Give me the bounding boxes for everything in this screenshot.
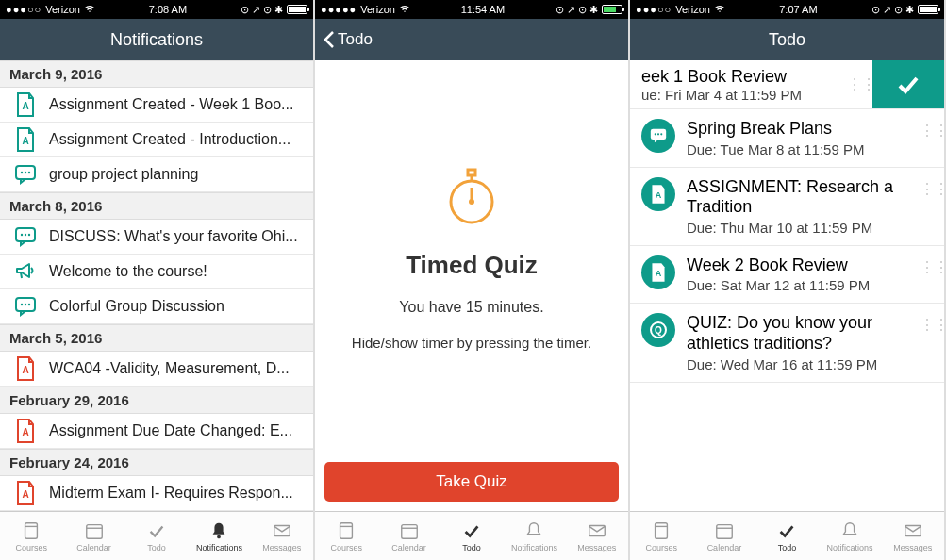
drag-handle-icon[interactable] bbox=[850, 60, 872, 108]
tab-label: Notifications bbox=[196, 543, 242, 552]
todo-item-swiped[interactable]: eek 1 Book Review ue: Fri Mar 4 at 11:59… bbox=[630, 60, 944, 109]
section-header: March 8, 2016 bbox=[0, 192, 313, 220]
svg-point-13 bbox=[28, 304, 30, 305]
list-item[interactable]: Welcome to the course! bbox=[0, 255, 313, 289]
discussion-icon bbox=[11, 226, 40, 247]
nav-bar: Notifications bbox=[0, 19, 313, 60]
carrier-label: Verizon bbox=[45, 4, 80, 15]
complete-action-button[interactable] bbox=[872, 60, 944, 108]
wifi-icon bbox=[399, 4, 410, 15]
status-time: 7:07 AM bbox=[779, 4, 817, 15]
item-due: Due: Tue Mar 8 at 11:59 PM bbox=[687, 141, 914, 157]
item-title: Spring Break Plans bbox=[687, 119, 914, 140]
battery-icon bbox=[918, 5, 938, 14]
item-title: Week 2 Book Review bbox=[687, 255, 914, 276]
back-button[interactable]: Todo bbox=[323, 30, 373, 49]
tab-label: Todo bbox=[462, 543, 481, 552]
svg-point-36 bbox=[660, 133, 662, 135]
tab-notifications[interactable]: Notifications bbox=[819, 520, 882, 552]
quiz-icon: Q bbox=[641, 313, 675, 347]
tab-messages[interactable]: Messages bbox=[251, 520, 313, 552]
item-label: Assignment Created - Introduction... bbox=[49, 131, 302, 148]
todo-item[interactable]: Spring Break PlansDue: Tue Mar 8 at 11:5… bbox=[630, 109, 944, 168]
tab-notifications[interactable]: Notifications bbox=[503, 520, 565, 552]
tab-bar: Courses Calendar Todo Notifications Mess… bbox=[630, 511, 944, 560]
svg-text:Q: Q bbox=[655, 325, 662, 336]
svg-rect-17 bbox=[25, 522, 38, 538]
tab-todo[interactable]: Todo bbox=[440, 520, 503, 552]
item-title: ASSIGNMENT: Research a Tradition bbox=[687, 177, 914, 218]
todo-item[interactable]: A ASSIGNMENT: Research a TraditionDue: T… bbox=[630, 168, 944, 246]
svg-rect-43 bbox=[717, 524, 733, 538]
stopwatch-icon bbox=[443, 162, 500, 232]
drag-handle-icon[interactable] bbox=[920, 322, 933, 331]
signal-dots: ●●●●● bbox=[321, 4, 357, 15]
list-item[interactable]: AAssignment Due Date Changed: E... bbox=[0, 414, 313, 449]
todo-item[interactable]: A Week 2 Book ReviewDue: Sat Mar 12 at 1… bbox=[630, 246, 944, 305]
svg-point-21 bbox=[218, 535, 222, 538]
drag-handle-icon[interactable] bbox=[920, 187, 933, 195]
item-due: ue: Fri Mar 4 at 11:59 PM bbox=[641, 87, 838, 103]
tab-todo[interactable]: Todo bbox=[125, 520, 188, 552]
nav-bar: Todo bbox=[315, 19, 628, 60]
drag-handle-icon[interactable] bbox=[920, 128, 933, 137]
button-label: Take Quiz bbox=[436, 472, 507, 491]
section-header: February 24, 2016 bbox=[0, 449, 313, 476]
tab-calendar[interactable]: Calendar bbox=[377, 520, 440, 552]
tab-courses[interactable]: Courses bbox=[0, 520, 62, 552]
svg-text:A: A bbox=[22, 489, 28, 500]
drag-handle-icon[interactable] bbox=[920, 265, 933, 273]
signal-dots: ●●●○○ bbox=[636, 4, 672, 15]
item-due: Due: Thu Mar 10 at 11:59 PM bbox=[687, 220, 914, 236]
notifications-list[interactable]: March 9, 2016 AAssignment Created - Week… bbox=[0, 60, 313, 511]
tab-label: Messages bbox=[577, 543, 616, 552]
tab-courses[interactable]: Courses bbox=[315, 520, 377, 552]
list-item[interactable]: Colorful Group Discussion bbox=[0, 289, 313, 324]
tab-messages[interactable]: Messages bbox=[881, 520, 944, 552]
assignment-icon: A bbox=[11, 481, 40, 505]
status-time: 11:54 AM bbox=[461, 4, 505, 15]
item-label: Assignment Due Date Changed: E... bbox=[49, 422, 302, 439]
tab-calendar[interactable]: Calendar bbox=[693, 520, 756, 552]
tab-calendar[interactable]: Calendar bbox=[62, 520, 124, 552]
tab-label: Todo bbox=[778, 543, 797, 552]
tab-todo[interactable]: Todo bbox=[755, 520, 819, 552]
battery-icon bbox=[602, 5, 622, 14]
chevron-left-icon bbox=[323, 30, 336, 49]
list-item[interactable]: DISCUSS: What's your favorite Ohi... bbox=[0, 220, 313, 255]
list-item[interactable]: AWCA04 -Validity, Measurement, D... bbox=[0, 352, 313, 387]
tab-courses[interactable]: Courses bbox=[630, 520, 693, 552]
status-bar: ●●●○○Verizon 7:08 AM ⊙ ↗ ⊙ ✱ bbox=[0, 0, 313, 19]
item-label: DISCUSS: What's your favorite Ohi... bbox=[49, 228, 302, 245]
svg-point-11 bbox=[21, 304, 23, 305]
item-due: Due: Wed Mar 16 at 11:59 PM bbox=[687, 356, 914, 372]
assignment-icon: A bbox=[11, 127, 40, 152]
item-due: Due: Sat Mar 12 at 11:59 PM bbox=[687, 277, 914, 293]
svg-point-8 bbox=[25, 234, 26, 236]
svg-point-5 bbox=[28, 172, 30, 173]
svg-point-12 bbox=[25, 304, 26, 305]
status-time: 7:08 AM bbox=[149, 4, 187, 15]
carrier-label: Verizon bbox=[360, 4, 395, 15]
list-item[interactable]: AAssignment Created - Week 1 Boo... bbox=[0, 88, 313, 123]
assignment-icon: A bbox=[11, 356, 40, 381]
take-quiz-button[interactable]: Take Quiz bbox=[324, 462, 619, 502]
list-item[interactable]: group project planning bbox=[0, 157, 313, 192]
status-bar: ●●●●●Verizon 11:54 AM ⊙ ↗ ⊙ ✱ bbox=[315, 0, 628, 19]
status-icons: ⊙ ↗ ⊙ ✱ bbox=[871, 4, 914, 16]
list-item[interactable]: AMidterm Exam I- Requires Respon... bbox=[0, 476, 313, 511]
item-label: WCA04 -Validity, Measurement, D... bbox=[49, 360, 302, 377]
check-icon bbox=[893, 70, 923, 100]
tab-bar: Courses Calendar Todo Notifications Mess… bbox=[315, 511, 628, 560]
svg-rect-32 bbox=[589, 525, 606, 535]
todo-item[interactable]: Q QUIZ: Do you know your athletics tradi… bbox=[630, 304, 944, 382]
list-item[interactable]: AAssignment Created - Introduction... bbox=[0, 123, 313, 157]
tab-notifications[interactable]: Notifications bbox=[188, 520, 250, 552]
assignment-icon: A bbox=[11, 92, 40, 117]
status-bar: ●●●○○Verizon 7:07 AM ⊙ ↗ ⊙ ✱ bbox=[630, 0, 944, 19]
item-title: eek 1 Book Review bbox=[641, 67, 838, 87]
todo-list[interactable]: eek 1 Book Review ue: Fri Mar 4 at 11:59… bbox=[630, 60, 944, 511]
tab-messages[interactable]: Messages bbox=[566, 520, 628, 552]
nav-bar: Todo bbox=[630, 19, 944, 60]
svg-point-9 bbox=[28, 234, 30, 236]
